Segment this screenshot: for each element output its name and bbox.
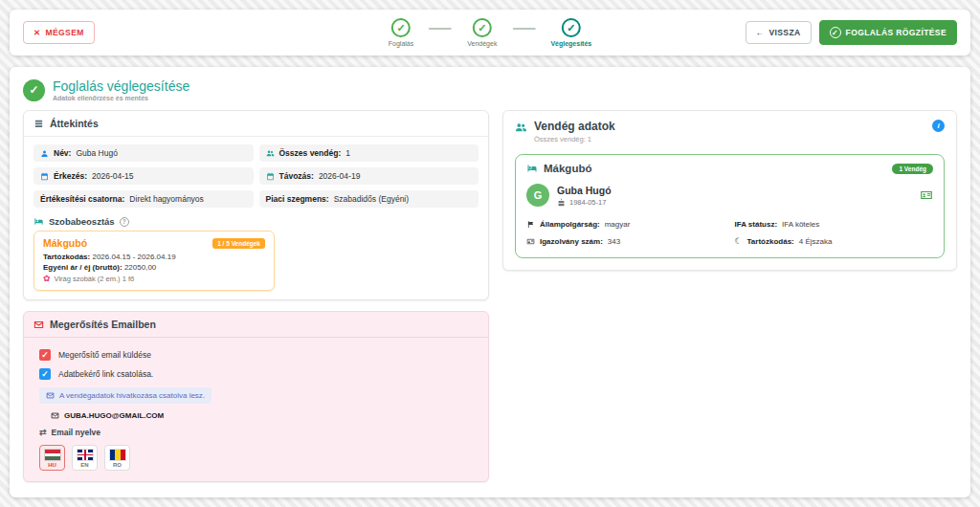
calendar-icon xyxy=(40,172,49,181)
email-language-label: Email nyelve xyxy=(52,428,101,437)
guest-data-link-note: A vendégadatok hivatkozása csatolva lesz… xyxy=(39,387,212,404)
guest-fields: Állampolgárság: magyar IFA státusz: IFA … xyxy=(526,220,933,246)
send-confirmation-row: ✓ Megerősítő email küldése xyxy=(39,349,473,361)
bed-icon xyxy=(33,216,44,227)
overview-field-name: Név: Guba Hugó xyxy=(33,144,254,162)
room-name: Mákgubó xyxy=(43,237,87,249)
step-check-icon: ✓ xyxy=(391,18,411,37)
room-stay: Tartózkodás: 2026.04.15 - 2026.04.19 xyxy=(43,253,265,261)
page-subtitle: Adatok ellenőrzése és mentés xyxy=(53,95,189,101)
guest-document-button[interactable] xyxy=(920,188,933,202)
back-label: VISSZA xyxy=(768,28,800,37)
guest-room-card: Mákgubó 1 Vendég G Guba Hugó 1984-05-17 xyxy=(515,154,945,258)
room-allocation-title: Szobabeosztás xyxy=(49,216,115,227)
guest-data-header: Vendég adatok Összes vendég: 1 i xyxy=(515,120,945,143)
language-option-hu[interactable]: HU xyxy=(39,445,65,471)
attach-link-label[interactable]: Adatbekérő link csatolása. xyxy=(58,369,153,379)
language-option-en[interactable]: EN xyxy=(72,445,98,471)
room-card: Mákgubó 1 / 5 Vendégek Tartózkodás: 2026… xyxy=(33,231,275,291)
room-allocation-header: Szobabeosztás ? xyxy=(24,213,488,231)
attach-link-checkbox[interactable]: ✓ xyxy=(39,368,51,380)
step-label: Vendégek xyxy=(467,40,497,47)
overview-field-arrival: Érkezés: 2026-04-15 xyxy=(33,167,254,185)
step-finalize[interactable]: ✓ Véglegesítés xyxy=(550,18,591,47)
cake-icon xyxy=(557,198,566,207)
cancel-label: MÉGSEM xyxy=(46,28,84,37)
flag-icon xyxy=(526,220,535,229)
calendar-icon xyxy=(266,172,275,181)
guest-field-citizenship: Állampolgárság: magyar xyxy=(526,220,725,229)
email-language-options: HU EN RO xyxy=(39,445,473,471)
language-option-ro[interactable]: RO xyxy=(104,445,130,471)
flower-icon: ✿ xyxy=(43,275,51,283)
guest-field-stay-nights: ☾ Tartózkodás: 4 Éjszaka xyxy=(735,237,934,246)
id-card-icon xyxy=(526,237,535,246)
guest-field-document-number: Igazolvány szám: 343 xyxy=(526,237,725,246)
page-header: ✓ Foglalás véglegesítése Adatok ellenőrz… xyxy=(23,78,957,101)
bed-icon xyxy=(526,163,538,174)
email-card-header: Megerősítés Emailben xyxy=(24,312,488,338)
overview-card: Áttekintés Név: Guba Hugó Összes vendég:… xyxy=(23,110,489,300)
room-occupancy-badge: 1 / 5 Vendégek xyxy=(212,238,265,249)
overview-card-header: Áttekintés xyxy=(24,111,488,137)
cancel-button[interactable]: ✕ MÉGSEM xyxy=(23,21,95,44)
hungary-flag-icon xyxy=(45,450,60,460)
mail-icon xyxy=(51,411,59,420)
send-confirmation-label[interactable]: Megerősítő email küldése xyxy=(58,350,151,360)
step-guests[interactable]: ✓ Vendégek xyxy=(467,18,497,47)
step-label: Foglalás xyxy=(389,40,413,47)
main-panel: ✓ Foglalás véglegesítése Adatok ellenőrz… xyxy=(10,67,970,497)
guest-room-name: Mákgubó xyxy=(544,163,591,174)
guest-data-card: Vendég adatok Összes vendég: 1 i Mákgubó… xyxy=(502,110,957,271)
list-icon xyxy=(33,119,44,129)
close-icon: ✕ xyxy=(33,28,41,37)
people-icon xyxy=(515,121,527,134)
step-connector xyxy=(429,28,452,30)
person-icon xyxy=(40,149,49,158)
step-connector xyxy=(512,28,535,30)
overview-field-departure: Távozás: 2026-04-19 xyxy=(259,167,479,185)
overview-title: Áttekintés xyxy=(50,118,99,129)
mail-icon xyxy=(46,391,55,400)
save-booking-button[interactable]: ✓ FOGLALÁS RÖGZÍTÉSE xyxy=(819,20,957,45)
send-confirmation-checkbox[interactable]: ✓ xyxy=(39,349,51,361)
romania-flag-icon xyxy=(110,450,125,460)
uk-flag-icon xyxy=(78,450,93,460)
guest-data-title: Vendég adatok xyxy=(534,120,615,133)
guest-field-ifa-status: IFA státusz: IFA köteles xyxy=(735,220,934,229)
save-booking-label: FOGLALÁS RÖGZÍTÉSE xyxy=(846,28,947,37)
overview-field-sales-channel: Értékesítési csatorna: Direkt hagyományo… xyxy=(33,190,254,208)
translate-icon: ⇄ xyxy=(39,429,47,437)
check-circle-icon: ✓ xyxy=(830,27,841,38)
guest-count-badge: 1 Vendég xyxy=(892,164,933,174)
guest-name: Guba Hugó xyxy=(557,185,612,196)
step-check-icon: ✓ xyxy=(562,18,581,37)
recipient-email: GUBA.HUGO@GMAIL.COM xyxy=(39,411,473,420)
step-label: Véglegesítés xyxy=(550,40,591,47)
room-price: Egyéni ár / éj (bruttó): 22050,00 xyxy=(43,263,265,272)
guest-row: G Guba Hugó 1984-05-17 xyxy=(526,184,933,207)
arrow-left-icon: ← xyxy=(756,28,765,37)
help-icon[interactable]: ? xyxy=(120,217,129,227)
moon-icon: ☾ xyxy=(735,237,743,246)
step-booking[interactable]: ✓ Foglalás xyxy=(389,18,413,47)
id-card-icon xyxy=(920,188,933,202)
email-confirmation-card: Megerősítés Emailben ✓ Megerősítő email … xyxy=(23,311,489,482)
mail-icon xyxy=(33,320,44,330)
email-language-label-row: ⇄ Email nyelve xyxy=(39,428,473,437)
stepper: ✓ Foglalás ✓ Vendégek ✓ Véglegesítés xyxy=(389,18,591,47)
top-toolbar: ✕ MÉGSEM ✓ Foglalás ✓ Vendégek ✓ Véglege… xyxy=(10,10,970,55)
email-card-title: Megerősítés Emailben xyxy=(50,319,156,330)
overview-field-market-segment: Piaci szegmens: Szabadidős (Egyéni) xyxy=(259,190,479,208)
overview-field-total-guests: Összes vendég: 1 xyxy=(259,144,479,162)
back-button[interactable]: ← VISSZA xyxy=(746,21,812,44)
check-circle-icon: ✓ xyxy=(23,79,45,101)
attach-link-row: ✓ Adatbekérő link csatolása. xyxy=(39,368,473,380)
info-icon[interactable]: i xyxy=(932,120,945,132)
overview-grid: Név: Guba Hugó Összes vendég: 1 Érkezés:… xyxy=(24,137,488,213)
room-location: ✿ Virág szobák (2 em.) 1 fő xyxy=(43,275,265,283)
guest-data-subtitle: Összes vendég: 1 xyxy=(534,135,615,143)
people-icon xyxy=(266,149,275,158)
avatar: G xyxy=(526,184,549,207)
step-check-icon: ✓ xyxy=(473,18,492,37)
